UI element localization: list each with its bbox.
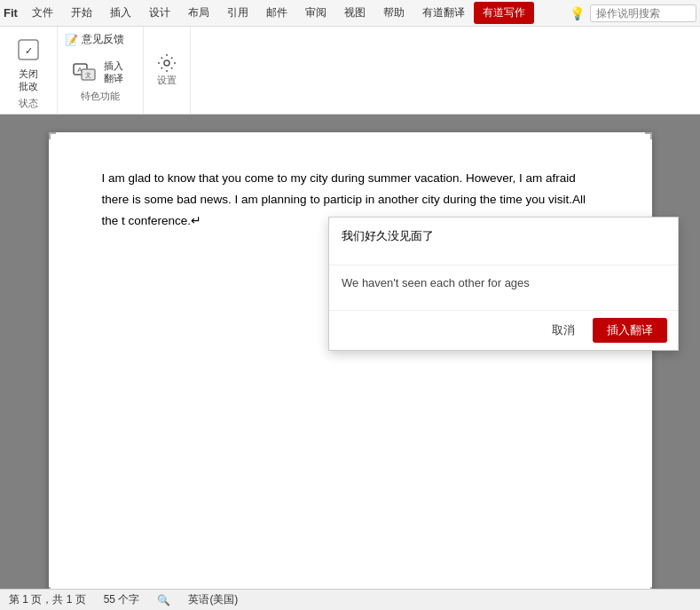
translation-result-text: We haven't seen each other for ages bbox=[342, 276, 530, 289]
corner-br bbox=[645, 587, 652, 589]
menu-item-view[interactable]: 视图 bbox=[335, 2, 374, 24]
feedback-link[interactable]: 📝 意见反馈 bbox=[65, 32, 124, 51]
translation-input-area: 我们好久没见面了 bbox=[329, 218, 678, 265]
menu-item-mail[interactable]: 邮件 bbox=[257, 2, 296, 24]
settings-label: 设置 bbox=[157, 74, 177, 87]
translation-popup: 我们好久没见面了 We haven't seen each other for … bbox=[328, 217, 679, 351]
operation-search-input[interactable] bbox=[590, 4, 696, 22]
app-logo: Fit bbox=[4, 6, 18, 20]
translation-result-area: We haven't seen each other for ages bbox=[329, 265, 678, 310]
menu-item-reference[interactable]: 引用 bbox=[218, 2, 257, 24]
menu-item-insert[interactable]: 插入 bbox=[101, 2, 140, 24]
close-revise-label: 关闭批改 bbox=[19, 67, 38, 93]
menu-item-youdao-translate[interactable]: 有道翻译 bbox=[413, 2, 474, 24]
settings-button[interactable]: 设置 bbox=[144, 27, 191, 114]
insert-translate-icon: A 文 bbox=[70, 58, 98, 86]
translation-footer: 取消 插入翻译 bbox=[329, 310, 678, 350]
ribbon: ✓ 关闭批改 状态 📝 意见反馈 A 文 bbox=[0, 27, 700, 115]
document-area: I am glad to know that you come to my ci… bbox=[0, 115, 700, 589]
close-revise-icon: ✓ bbox=[14, 36, 43, 64]
view-icon: 🔍 bbox=[157, 594, 170, 606]
translation-chinese-input[interactable]: 我们好久没见面了 bbox=[342, 228, 665, 255]
feedback-icon: 📝 bbox=[65, 34, 78, 46]
feedback-label: 意见反馈 bbox=[82, 32, 124, 47]
menu-item-design[interactable]: 设计 bbox=[140, 2, 179, 24]
status-icons: 🔍 bbox=[157, 594, 170, 606]
menu-bar: Fit 文件 开始 插入 设计 布局 引用 邮件 审阅 视图 帮助 有道翻译 有… bbox=[0, 0, 700, 27]
insert-translate-confirm-button[interactable]: 插入翻译 bbox=[593, 318, 667, 343]
svg-point-6 bbox=[164, 60, 169, 66]
document-page: I am glad to know that you come to my ci… bbox=[49, 132, 652, 589]
page-info: 第 1 页，共 1 页 bbox=[9, 592, 86, 607]
language-info: 英语(美国) bbox=[188, 592, 238, 607]
word-count-text: 55 个字 bbox=[104, 592, 140, 607]
close-revise-button[interactable]: ✓ 关闭批改 bbox=[7, 32, 50, 97]
menu-item-help[interactable]: 帮助 bbox=[374, 2, 413, 24]
corner-tl bbox=[49, 132, 56, 139]
settings-icon bbox=[156, 52, 177, 74]
menu-item-file[interactable]: 文件 bbox=[23, 2, 62, 24]
svg-text:文: 文 bbox=[85, 72, 91, 78]
insert-translate-label: 插入翻译 bbox=[104, 59, 123, 85]
cancel-button[interactable]: 取消 bbox=[543, 319, 584, 342]
insert-translate-button[interactable]: A 文 插入翻译 bbox=[65, 54, 136, 90]
corner-tr bbox=[645, 132, 652, 139]
status-group-label: 状态 bbox=[19, 97, 38, 110]
bulb-icon: 💡 bbox=[570, 6, 585, 20]
language-text: 英语(美国) bbox=[188, 592, 238, 607]
menu-item-youdao-write[interactable]: 有道写作 bbox=[474, 2, 534, 24]
menu-item-layout[interactable]: 布局 bbox=[179, 2, 218, 24]
status-bar: 第 1 页，共 1 页 55 个字 🔍 英语(美国) bbox=[0, 589, 700, 610]
corner-bl bbox=[49, 587, 56, 589]
page-info-text: 第 1 页，共 1 页 bbox=[9, 592, 86, 607]
menu-item-review[interactable]: 审阅 bbox=[296, 2, 335, 24]
feature-group-label: 特色功能 bbox=[81, 90, 120, 103]
word-count: 55 个字 bbox=[104, 592, 140, 607]
menu-item-start[interactable]: 开始 bbox=[62, 2, 101, 24]
svg-text:✓: ✓ bbox=[25, 45, 33, 56]
